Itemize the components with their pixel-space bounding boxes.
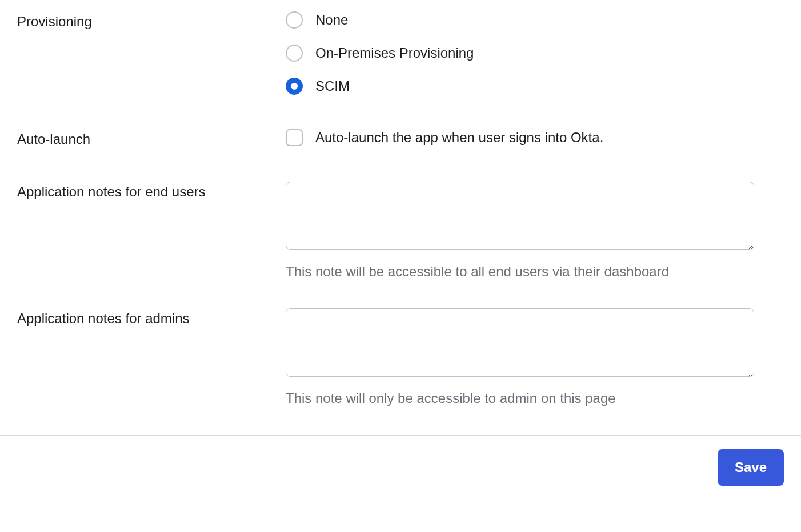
radio-icon bbox=[286, 11, 303, 29]
auto-launch-checkbox-label: Auto-launch the app when user signs into… bbox=[315, 130, 603, 146]
save-button[interactable]: Save bbox=[718, 449, 784, 486]
auto-launch-label: Auto-launch bbox=[17, 129, 286, 147]
admin-notes-label: Application notes for admins bbox=[17, 308, 286, 327]
provisioning-radio-group: None On-Premises Provisioning SCIM bbox=[286, 11, 784, 95]
admin-notes-textarea[interactable] bbox=[286, 308, 754, 377]
admin-notes-helper: This note will only be accessible to adm… bbox=[286, 390, 784, 406]
provisioning-option-label: None bbox=[315, 12, 348, 28]
provisioning-option-label: On-Premises Provisioning bbox=[315, 45, 474, 61]
admin-notes-control: This note will only be accessible to adm… bbox=[286, 308, 784, 406]
provisioning-row: Provisioning None On-Premises Provisioni… bbox=[17, 11, 784, 95]
auto-launch-control: Auto-launch the app when user signs into… bbox=[286, 129, 784, 146]
checkbox-icon bbox=[286, 129, 303, 146]
provisioning-radio-scim[interactable]: SCIM bbox=[286, 78, 784, 95]
end-user-notes-helper: This note will be accessible to all end … bbox=[286, 264, 784, 280]
admin-notes-row: Application notes for admins This note w… bbox=[17, 308, 784, 406]
radio-icon bbox=[286, 45, 303, 62]
radio-icon-selected bbox=[286, 78, 303, 95]
provisioning-radio-none[interactable]: None bbox=[286, 11, 784, 29]
settings-form: Provisioning None On-Premises Provisioni… bbox=[0, 0, 801, 406]
end-user-notes-row: Application notes for end users This not… bbox=[17, 182, 784, 280]
auto-launch-row: Auto-launch Auto-launch the app when use… bbox=[17, 129, 784, 147]
end-user-notes-control: This note will be accessible to all end … bbox=[286, 182, 784, 280]
provisioning-option-label: SCIM bbox=[315, 78, 350, 94]
auto-launch-checkbox[interactable]: Auto-launch the app when user signs into… bbox=[286, 129, 784, 146]
provisioning-label: Provisioning bbox=[17, 11, 286, 30]
provisioning-control: None On-Premises Provisioning SCIM bbox=[286, 11, 784, 95]
provisioning-radio-on-premises[interactable]: On-Premises Provisioning bbox=[286, 45, 784, 62]
form-footer: Save bbox=[0, 436, 801, 503]
end-user-notes-textarea[interactable] bbox=[286, 182, 754, 250]
end-user-notes-label: Application notes for end users bbox=[17, 182, 286, 200]
